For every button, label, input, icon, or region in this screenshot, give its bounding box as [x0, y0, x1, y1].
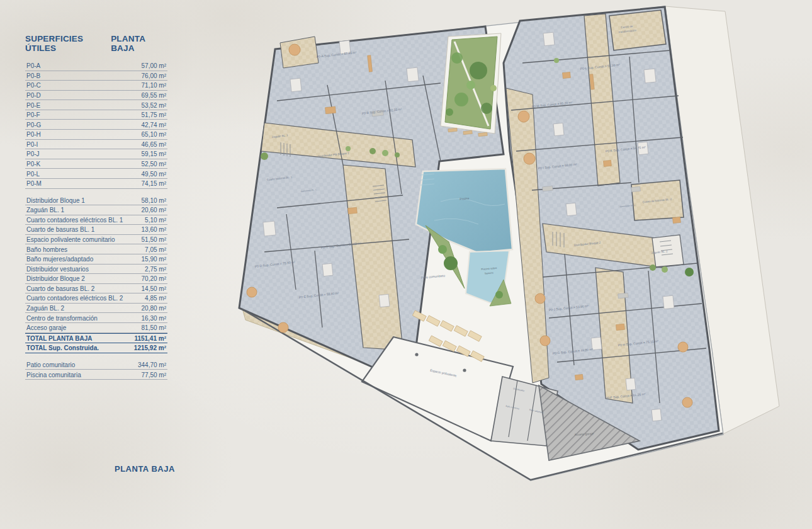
row-value: 81,50 m²: [142, 324, 166, 331]
row-value: 74,15 m²: [142, 180, 166, 187]
row-label: Espacio polivalente comunitario: [26, 236, 115, 243]
table-row: P0-E53,52 m²: [25, 100, 167, 110]
row-label: P0-G: [26, 122, 41, 128]
row-label: P0-I: [26, 141, 38, 148]
row-value: 14,50 m²: [142, 285, 166, 292]
table-row: P0-K52,50 m²: [25, 159, 167, 169]
garden-triangle: [441, 33, 501, 137]
row-value: 7,05 m²: [145, 246, 166, 253]
row-label: P0-J: [26, 151, 40, 157]
row-value: 51,75 m²: [142, 111, 166, 118]
row-label: P0-F: [26, 111, 40, 118]
row-label: Distribuidor vestuarios: [26, 266, 89, 273]
row-label: Centro de transformación: [26, 315, 98, 322]
row-value: 52,50 m²: [142, 161, 166, 168]
row-label: Distribuidor Bloque 2: [26, 275, 85, 282]
row-label: P0-M: [26, 180, 42, 187]
row-value: 58,10 m²: [142, 197, 166, 204]
exterior-rows: Patio comunitario344,70 m² Piscina comun…: [25, 360, 167, 380]
row-value: 53,52 m²: [142, 102, 166, 109]
row-value: 65,10 m²: [142, 131, 166, 138]
row-value: 77,50 m²: [142, 372, 166, 378]
row-value: 76,00 m²: [142, 72, 166, 79]
apartment-rows: P0-A57,00 m² P0-B76,00 m² P0-C71,10 m² P…: [25, 61, 167, 189]
table-row: P0-B76,00 m²: [25, 71, 167, 81]
table-row: P0-A57,00 m²: [25, 61, 167, 71]
surface-legend: SUPERFICIES ÚTILES PLANTA BAJA P0-A57,00…: [25, 34, 167, 380]
row-label: P0-C: [26, 82, 41, 89]
row-value: 15,90 m²: [142, 256, 166, 263]
row-value: 70,20 m²: [142, 275, 166, 282]
row-label: Patio comunitario: [26, 361, 75, 368]
row-label: P0-H: [26, 131, 41, 138]
legend-floor: PLANTA BAJA: [111, 34, 167, 53]
row-value: 4,85 m²: [145, 295, 166, 302]
table-row: P0-J59,15 m²: [25, 149, 167, 159]
table-row: P0-D69,55 m²: [25, 91, 167, 101]
row-value: 71,10 m²: [142, 82, 166, 89]
row-label: Acceso garaje: [26, 324, 66, 331]
total-row-planta-baja: TOTAL PLANTA BAJA1151,41 m²: [25, 333, 167, 344]
row-value: 57,00 m²: [142, 62, 166, 69]
table-row: P0-M74,15 m²: [25, 179, 167, 189]
table-row: P0-F51,75 m²: [25, 110, 167, 120]
table-row: P0-C71,10 m²: [25, 81, 167, 91]
row-value: 2,75 m²: [145, 266, 166, 273]
row-value: 51,50 m²: [142, 236, 166, 243]
table-row: Piscina comunitaria77,50 m²: [25, 370, 167, 380]
table-row: Zaguán BL. 120,60 m²: [25, 205, 167, 215]
row-label: P0-L: [26, 171, 40, 178]
row-value: 42,74 m²: [142, 122, 166, 128]
table-row: Distribuidor Bloque 270,20 m²: [25, 274, 167, 284]
row-label: Cuarto de basuras BL. 2: [26, 285, 94, 292]
row-label: P0-K: [26, 161, 40, 168]
row-label: Baño mujeres/adaptado: [26, 256, 93, 263]
table-row: P0-G42,74 m²: [25, 120, 167, 130]
table-row: P0-L49,50 m²: [25, 169, 167, 179]
row-value: 20,80 m²: [142, 305, 166, 312]
row-value: 5,10 m²: [145, 217, 166, 224]
row-label: TOTAL PLANTA BAJA: [26, 335, 92, 342]
common-area-rows: Distribuidor Bloque 158,10 m² Zaguán BL.…: [25, 196, 167, 333]
row-label: P0-E: [26, 102, 40, 109]
table-row: Baño hombres7,05 m²: [25, 244, 167, 254]
row-label: Cuarto de basuras BL. 1: [26, 226, 94, 233]
row-label: Zaguán BL. 1: [26, 207, 64, 213]
row-label: P0-B: [26, 72, 40, 79]
row-label: P0-D: [26, 92, 41, 99]
row-value: 13,60 m²: [142, 226, 166, 233]
table-row: Zaguán BL. 220,80 m²: [25, 304, 167, 314]
row-label: TOTAL Sup. Construida.: [26, 344, 99, 351]
table-row: Cuarto contadores eléctricos BL. 15,10 m…: [25, 215, 167, 225]
table-row: Distribuidor Bloque 158,10 m²: [25, 196, 167, 206]
plan-title: PLANTA BAJA: [115, 464, 175, 474]
row-value: 1215,92 m²: [134, 344, 166, 351]
table-row: Distribuidor vestuarios2,75 m²: [25, 264, 167, 275]
legend-title: SUPERFICIES ÚTILES: [25, 34, 111, 53]
table-row: Cuarto de basuras BL. 214,50 m²: [25, 284, 167, 294]
row-label: Zaguán BL. 2: [26, 305, 64, 312]
total-row-construida: TOTAL Sup. Construida.1215,92 m²: [25, 343, 167, 353]
table-row: Cuarto de basuras BL. 113,60 m²: [25, 225, 167, 235]
table-row: Acceso garaje81,50 m²: [25, 323, 167, 333]
row-label: Cuarto contadores eléctricos BL. 2: [26, 295, 123, 302]
table-row: Baño mujeres/adaptado15,90 m²: [25, 254, 167, 264]
table-row: P0-H65,10 m²: [25, 130, 167, 140]
row-value: 49,50 m²: [142, 171, 166, 178]
row-label: Baño hombres: [26, 246, 67, 253]
row-value: 59,15 m²: [142, 151, 166, 157]
row-value: 16,30 m²: [142, 315, 166, 322]
row-label: Cuarto contadores eléctricos BL. 1: [26, 217, 123, 224]
table-row: Espacio polivalente comunitario51,50 m²: [25, 235, 167, 245]
row-value: 20,60 m²: [142, 207, 166, 213]
row-value: 1151,41 m²: [134, 335, 166, 342]
row-label: Distribuidor Bloque 1: [26, 197, 85, 204]
table-row: Patio comunitario344,70 m²: [25, 360, 167, 370]
row-label: Piscina comunitaria: [26, 372, 81, 378]
legend-header: SUPERFICIES ÚTILES PLANTA BAJA: [25, 34, 167, 53]
row-value: 344,70 m²: [138, 361, 166, 368]
table-row: P0-I46,65 m²: [25, 140, 167, 150]
row-label: P0-A: [26, 62, 40, 69]
row-value: 46,65 m²: [142, 141, 166, 148]
table-row: Cuarto contadores eléctricos BL. 24,85 m…: [25, 293, 167, 304]
